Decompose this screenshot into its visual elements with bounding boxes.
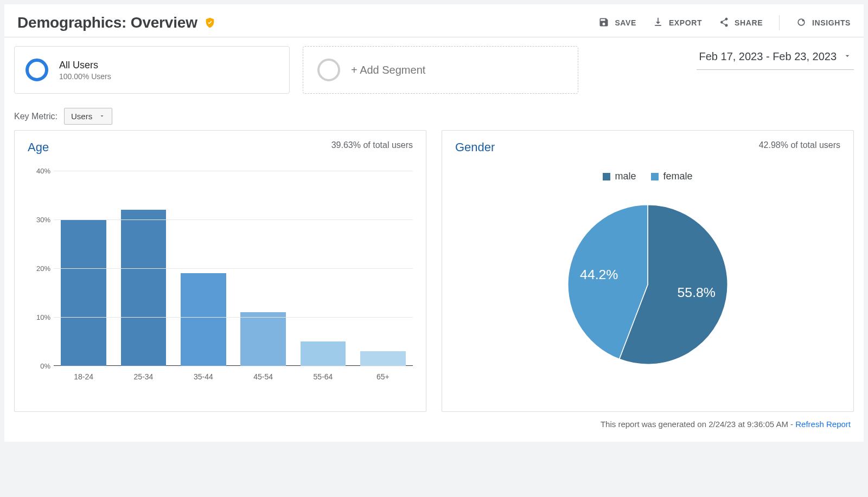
gender-pie-chart: malefemale 55.8%44.2% <box>455 171 840 371</box>
x-tick-label: 25-34 <box>113 372 173 388</box>
age-chart-panel: Age 39.63% of total users 0%10%20%30%40%… <box>14 130 426 412</box>
add-segment-button[interactable]: + Add Segment <box>303 46 578 94</box>
report-footer: This report was generated on 2/24/23 at … <box>14 412 854 432</box>
legend-label: female <box>663 171 692 182</box>
bar-55-64[interactable] <box>301 341 346 366</box>
y-tick-label: 40% <box>36 167 50 175</box>
y-tick-label: 30% <box>36 216 50 224</box>
download-icon <box>653 17 663 29</box>
segment-all-users[interactable]: All Users 100.00% Users <box>14 46 290 94</box>
gridline <box>54 317 413 318</box>
pie-legend: malefemale <box>455 171 840 182</box>
segment-circle-icon <box>25 59 48 81</box>
add-segment-circle-icon <box>317 59 340 81</box>
age-chart-subtitle: 39.63% of total users <box>331 140 413 150</box>
divider <box>779 15 780 30</box>
gender-chart-panel: Gender 42.98% of total users malefemale … <box>442 130 854 412</box>
insights-label: INSIGHTS <box>812 18 851 27</box>
legend-item-female[interactable]: female <box>651 171 692 182</box>
y-tick-label: 20% <box>36 264 50 273</box>
x-tick-label: 55-64 <box>293 372 353 388</box>
y-tick-label: 0% <box>40 362 50 370</box>
date-range-label: Feb 17, 2023 - Feb 23, 2023 <box>699 50 837 63</box>
save-button[interactable]: SAVE <box>598 17 636 29</box>
chevron-down-icon <box>843 50 852 63</box>
page-title: Demographics: Overview <box>17 14 197 31</box>
bar-65+[interactable] <box>360 351 406 366</box>
legend-swatch <box>603 173 610 180</box>
x-tick-label: 65+ <box>353 372 413 388</box>
insights-button[interactable]: INSIGHTS <box>796 17 851 29</box>
header-actions: SAVE EXPORT SHARE INSIGHTS <box>598 15 851 30</box>
gridline <box>54 171 413 171</box>
date-range-picker[interactable]: Feb 17, 2023 - Feb 23, 2023 <box>697 46 854 70</box>
export-label: EXPORT <box>669 18 702 27</box>
x-tick-label: 45-54 <box>233 372 293 388</box>
refresh-report-link[interactable]: Refresh Report <box>795 419 851 429</box>
report-header: Demographics: Overview SAVE EXPORT SHARE… <box>4 4 864 37</box>
y-tick-label: 10% <box>36 313 50 321</box>
legend-item-male[interactable]: male <box>603 171 636 182</box>
gender-chart-subtitle: 42.98% of total users <box>759 140 840 150</box>
key-metric-select[interactable]: Users <box>64 108 112 125</box>
x-tick-label: 18-24 <box>54 372 113 388</box>
gender-chart-title: Gender <box>455 140 495 154</box>
bar-45-54[interactable] <box>240 312 286 366</box>
bar-25-34[interactable] <box>121 210 167 366</box>
segment-subtext: 100.00% Users <box>59 72 111 81</box>
svg-point-0 <box>802 19 805 21</box>
share-button[interactable]: SHARE <box>718 17 763 29</box>
bar-35-44[interactable] <box>181 273 226 366</box>
share-icon <box>718 17 729 29</box>
save-label: SAVE <box>615 18 636 27</box>
gridline <box>54 268 413 269</box>
legend-label: male <box>615 171 636 182</box>
verified-shield-icon <box>204 17 216 29</box>
key-metric-label: Key Metric: <box>14 112 58 121</box>
insights-icon <box>796 17 807 29</box>
pie-slice-label-male: 55.8% <box>678 285 716 300</box>
pie-slice-label-female: 44.2% <box>580 267 618 282</box>
share-label: SHARE <box>735 18 763 27</box>
save-icon <box>598 17 609 29</box>
footer-text: This report was generated on 2/24/23 at … <box>601 419 795 429</box>
key-metric-value: Users <box>71 112 92 121</box>
x-tick-label: 35-44 <box>174 372 233 388</box>
key-metric-row: Key Metric: Users <box>14 108 854 125</box>
chevron-down-icon <box>99 112 105 121</box>
legend-swatch <box>651 173 659 180</box>
gridline <box>54 220 413 220</box>
export-button[interactable]: EXPORT <box>653 17 702 29</box>
charts-row: Age 39.63% of total users 0%10%20%30%40%… <box>14 130 854 412</box>
bar-18-24[interactable] <box>61 220 106 366</box>
segment-row: All Users 100.00% Users + Add Segment Fe… <box>14 46 854 94</box>
age-chart-title: Age <box>28 140 49 154</box>
age-bar-chart: 0%10%20%30%40% 18-2425-3435-4445-5455-64… <box>54 171 413 388</box>
segment-name: All Users <box>59 60 111 71</box>
add-segment-label: + Add Segment <box>351 64 425 76</box>
